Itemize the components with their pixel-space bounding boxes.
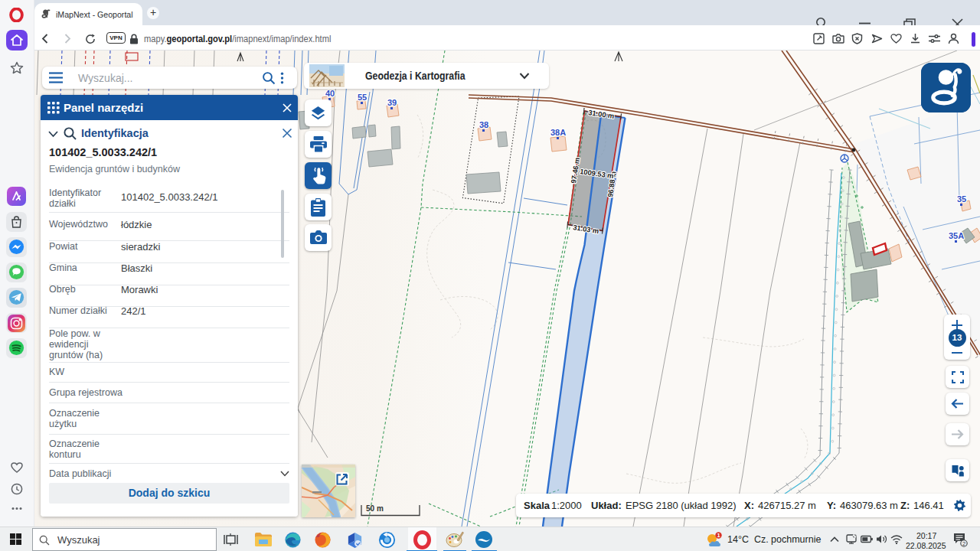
svg-text:38A: 38A xyxy=(550,128,566,137)
svg-text:40: 40 xyxy=(325,89,335,98)
svg-text:2: 2 xyxy=(962,540,965,547)
svg-text:35A: 35A xyxy=(949,231,964,240)
svg-text:55: 55 xyxy=(358,93,367,102)
svg-text:39: 39 xyxy=(387,98,397,107)
svg-text:1: 1 xyxy=(717,532,720,539)
svg-text:50 m: 50 m xyxy=(366,504,384,513)
svg-text:38: 38 xyxy=(479,120,488,129)
svg-text:35: 35 xyxy=(957,194,966,204)
